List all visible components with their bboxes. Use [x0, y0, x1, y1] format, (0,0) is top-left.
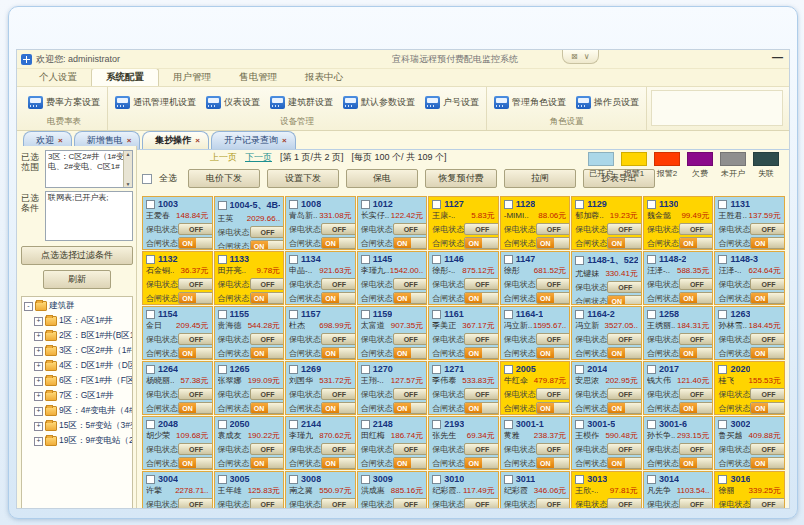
protect-status-toggle[interactable]: OFF: [321, 443, 356, 455]
gate-status-toggle[interactable]: ON: [750, 292, 785, 304]
action-button-1[interactable]: 设置下发: [267, 169, 339, 188]
meter-card[interactable]: 1134申晶-..921.63元保电状态OFF合闸状态ON: [285, 251, 356, 305]
tree-root[interactable]: -建筑群: [24, 300, 131, 312]
meter-card[interactable]: 1127王康-..5.83元保电状态OFF合闸状态ON: [428, 196, 499, 250]
gate-status-toggle[interactable]: ON: [679, 402, 714, 414]
menu-tab-0[interactable]: 个人设置: [25, 69, 91, 86]
minimize-button[interactable]: —: [772, 51, 783, 63]
protect-status-toggle[interactable]: OFF: [536, 498, 571, 508]
gate-status-toggle[interactable]: ON: [464, 292, 499, 304]
refresh-button[interactable]: 刷新: [43, 270, 110, 289]
card-checkbox[interactable]: [432, 420, 441, 429]
card-checkbox[interactable]: [218, 420, 227, 429]
card-checkbox[interactable]: [647, 420, 656, 429]
action-button-2[interactable]: 保电: [346, 169, 418, 188]
protect-status-toggle[interactable]: OFF: [178, 443, 213, 455]
card-checkbox[interactable]: [647, 255, 656, 264]
card-checkbox[interactable]: [575, 310, 584, 319]
protect-status-toggle[interactable]: OFF: [464, 498, 499, 508]
meter-card[interactable]: 2193张先生69.34元保电状态OFF合闸状态ON: [428, 416, 499, 470]
protect-status-toggle[interactable]: OFF: [750, 333, 785, 345]
protect-status-toggle[interactable]: OFF: [393, 388, 428, 400]
next-page-link[interactable]: 下一页: [245, 151, 272, 164]
prev-page-link[interactable]: 上一页: [210, 151, 237, 164]
ribbon-button-1-4[interactable]: 户号设置: [420, 93, 484, 112]
meter-card[interactable]: 1128-MIMI..88.06元保电状态OFF合闸状态ON: [500, 196, 571, 250]
menu-tab-2[interactable]: 用户管理: [159, 69, 225, 86]
protect-status-toggle[interactable]: OFF: [250, 498, 285, 508]
card-checkbox[interactable]: [146, 475, 155, 484]
meter-card[interactable]: 1159太富道907.35元保电状态OFF合闸状态ON: [357, 306, 428, 360]
meter-card[interactable]: 1145李瑾九..1542.00..保电状态OFF合闸状态ON: [357, 251, 428, 305]
card-checkbox[interactable]: [718, 310, 727, 319]
protect-status-toggle[interactable]: OFF: [178, 333, 213, 345]
tree-item-7[interactable]: +15区：5#变站（3#变…: [24, 420, 131, 432]
protect-status-toggle[interactable]: OFF: [536, 333, 571, 345]
meter-card[interactable]: 3002鲁买越409.88元保电状态OFF合闸状态ON: [714, 416, 785, 470]
action-button-0[interactable]: 电价下发: [188, 169, 260, 188]
ribbon-button-2-0[interactable]: 管理角色设置: [489, 93, 571, 112]
protect-status-toggle[interactable]: OFF: [178, 388, 213, 400]
card-checkbox[interactable]: [361, 200, 370, 209]
meter-card[interactable]: 2020桂飞155.53元保电状态OFF合闸状态ON: [714, 361, 785, 415]
card-checkbox[interactable]: [218, 255, 227, 264]
ribbon-button-1-1[interactable]: 仪表设置: [201, 93, 265, 112]
close-icon[interactable]: ×: [195, 136, 200, 145]
action-button-4[interactable]: 拉闸: [504, 169, 576, 188]
protect-status-toggle[interactable]: OFF: [393, 333, 428, 345]
card-checkbox[interactable]: [432, 310, 441, 319]
meter-card[interactable]: 3011纪彩霞346.06元保电状态OFF合闸状态ON: [500, 471, 571, 508]
meter-card[interactable]: 3009洪成惠885.16元保电状态OFF合闸状态ON: [357, 471, 428, 508]
meter-card[interactable]: 1264杨晓丽..57.38元保电状态OFF合闸状态ON: [142, 361, 213, 415]
banner-collapse-icon[interactable]: ⊠: [571, 52, 578, 61]
protect-status-toggle[interactable]: OFF: [679, 223, 714, 235]
card-checkbox[interactable]: [718, 420, 727, 429]
gate-status-toggle[interactable]: ON: [464, 457, 499, 469]
card-checkbox[interactable]: [432, 255, 441, 264]
card-checkbox[interactable]: [289, 255, 298, 264]
protect-status-toggle[interactable]: OFF: [464, 443, 499, 455]
protect-status-toggle[interactable]: OFF: [250, 226, 285, 238]
card-checkbox[interactable]: [289, 310, 298, 319]
protect-status-toggle[interactable]: OFF: [321, 498, 356, 508]
protect-status-toggle[interactable]: OFF: [607, 388, 642, 400]
card-checkbox[interactable]: [218, 201, 227, 210]
ribbon-button-0-0[interactable]: 费率方案设置: [23, 93, 105, 112]
card-checkbox[interactable]: [718, 255, 727, 264]
protect-status-toggle[interactable]: OFF: [679, 333, 714, 345]
meter-card[interactable]: 2017钱大伟121.40元保电状态OFF合闸状态ON: [643, 361, 714, 415]
card-checkbox[interactable]: [146, 310, 155, 319]
gate-status-toggle[interactable]: ON: [536, 292, 571, 304]
card-checkbox[interactable]: [146, 255, 155, 264]
card-checkbox[interactable]: [432, 200, 441, 209]
gate-status-toggle[interactable]: ON: [393, 347, 428, 359]
meter-card[interactable]: 1131王胜君..137.59元保电状态OFF合闸状态ON: [714, 196, 785, 250]
gate-status-toggle[interactable]: ON: [321, 457, 356, 469]
protect-status-toggle[interactable]: OFF: [750, 278, 785, 290]
gate-status-toggle[interactable]: ON: [178, 457, 213, 469]
meter-card[interactable]: 1129郁加蓉..19.23元保电状态OFF合闸状态ON: [571, 196, 642, 250]
protect-status-toggle[interactable]: OFF: [178, 223, 213, 235]
gate-status-toggle[interactable]: ON: [250, 402, 285, 414]
gate-status-toggle[interactable]: ON: [750, 237, 785, 249]
meter-card[interactable]: 1154金日209.45元保电状态OFF合闸状态ON: [142, 306, 213, 360]
card-checkbox[interactable]: [504, 310, 513, 319]
gate-status-toggle[interactable]: ON: [536, 237, 571, 249]
gate-status-toggle[interactable]: ON: [250, 240, 285, 250]
gate-status-toggle[interactable]: ON: [178, 347, 213, 359]
gate-status-toggle[interactable]: ON: [321, 237, 356, 249]
gate-status-toggle[interactable]: ON: [393, 292, 428, 304]
card-checkbox[interactable]: [218, 475, 227, 484]
gate-status-toggle[interactable]: ON: [750, 347, 785, 359]
protect-status-toggle[interactable]: OFF: [393, 443, 428, 455]
protect-status-toggle[interactable]: OFF: [393, 278, 428, 290]
meter-card[interactable]: 1161季美正367.17元保电状态OFF合闸状态ON: [428, 306, 499, 360]
gate-status-toggle[interactable]: ON: [321, 347, 356, 359]
expand-icon[interactable]: +: [34, 347, 43, 356]
protect-status-toggle[interactable]: OFF: [250, 443, 285, 455]
card-checkbox[interactable]: [432, 365, 441, 374]
card-checkbox[interactable]: [361, 365, 370, 374]
meter-card[interactable]: 2148田红梅186.74元保电状态OFF合闸状态ON: [357, 416, 428, 470]
protect-status-toggle[interactable]: OFF: [607, 223, 642, 235]
gate-status-toggle[interactable]: ON: [321, 292, 356, 304]
